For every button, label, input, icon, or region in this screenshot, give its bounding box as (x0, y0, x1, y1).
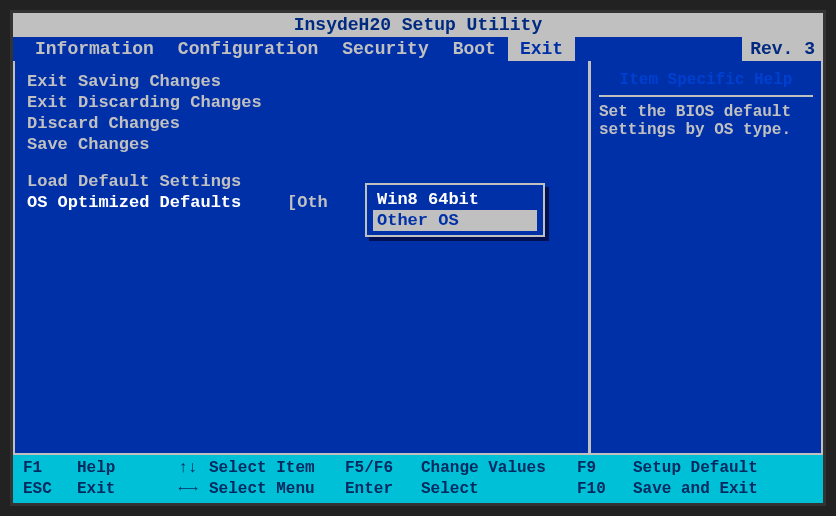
tab-boot[interactable]: Boot (441, 37, 508, 61)
os-selection-popup: Win8 64bit Other OS (365, 183, 545, 237)
footer-label-select: Select (421, 479, 571, 500)
footer-label-select-menu: Select Menu (209, 479, 339, 500)
leftright-icon: ←→ (173, 479, 203, 500)
os-optimized-value: [Oth (287, 193, 328, 212)
menu-exit-saving[interactable]: Exit Saving Changes (27, 71, 576, 92)
menu-exit-discarding[interactable]: Exit Discarding Changes (27, 92, 576, 113)
tab-configuration[interactable]: Configuration (166, 37, 330, 61)
footer-label-exit: Exit (77, 479, 167, 500)
popup-option-other-os[interactable]: Other OS (373, 210, 537, 231)
tab-exit[interactable]: Exit (508, 37, 575, 61)
menu-pane: Exit Saving Changes Exit Discarding Chan… (15, 61, 591, 453)
tab-information[interactable]: Information (23, 37, 166, 61)
footer-label-setup-default: Setup Default (633, 458, 758, 479)
updown-icon: ↑↓ (173, 458, 203, 479)
popup-option-win8[interactable]: Win8 64bit (373, 189, 537, 210)
footer-key-enter: Enter (345, 479, 415, 500)
menu-save-changes[interactable]: Save Changes (27, 134, 576, 155)
help-body: Set the BIOS default settings by OS type… (599, 103, 813, 139)
content-area: Exit Saving Changes Exit Discarding Chan… (13, 61, 823, 455)
footer-key-esc: ESC (23, 479, 71, 500)
footer-label-change-values: Change Values (421, 458, 571, 479)
footer-key-f9: F9 (577, 458, 627, 479)
footer-key-f10: F10 (577, 479, 627, 500)
bios-screen: InsydeH20 Setup Utility Information Conf… (10, 10, 826, 506)
tab-security[interactable]: Security (330, 37, 440, 61)
revision-label: Rev. 3 (742, 37, 823, 61)
footer-key-f1: F1 (23, 458, 71, 479)
tab-bar: Information Configuration Security Boot … (13, 37, 823, 61)
footer-label-save-exit: Save and Exit (633, 479, 758, 500)
footer-label-select-item: Select Item (209, 458, 339, 479)
help-pane: Item Specific Help Set the BIOS default … (591, 61, 821, 453)
help-title: Item Specific Help (599, 71, 813, 97)
footer-label-help: Help (77, 458, 167, 479)
footer-key-f5f6: F5/F6 (345, 458, 415, 479)
utility-title: InsydeH20 Setup Utility (13, 13, 823, 37)
os-optimized-label: OS Optimized Defaults (27, 193, 287, 212)
footer-bar: F1 Help ↑↓ Select Item F5/F6 Change Valu… (13, 455, 823, 503)
menu-discard-changes[interactable]: Discard Changes (27, 113, 576, 134)
